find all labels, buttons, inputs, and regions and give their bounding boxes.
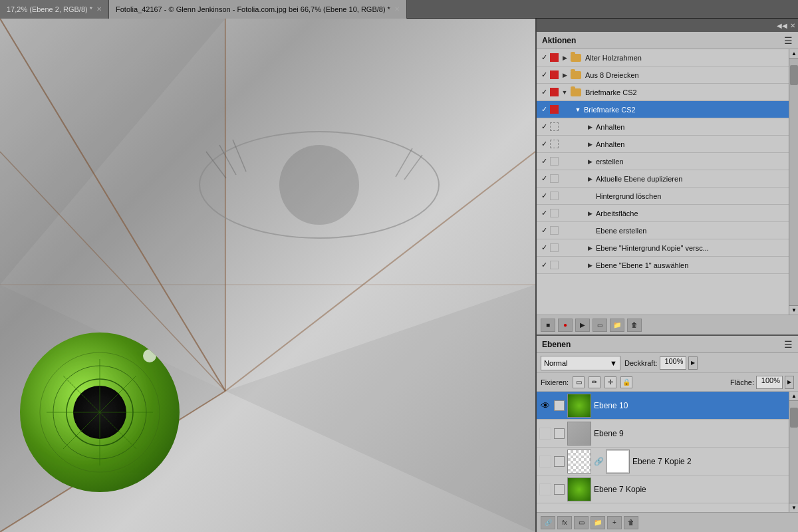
action-row-ebene-ebene1[interactable]: ✓▶Ebene "Ebene 1" auswählen — [537, 257, 789, 274]
layer-thumb-ebene-9 — [567, 422, 591, 446]
layers-scroll-thumb[interactable] — [790, 408, 798, 428]
action-arrow-erstellen[interactable]: ▶ — [585, 157, 595, 166]
layers-scroll-up[interactable]: ▲ — [789, 392, 798, 401]
tab-close-active-icon[interactable]: ✕ — [394, 5, 400, 13]
canvas-area[interactable] — [0, 19, 535, 532]
scroll-thumb[interactable] — [790, 65, 798, 85]
action-stop-briefmarke-cs2-child — [550, 105, 559, 114]
layer-name-ebene-10: Ebene 10 — [594, 401, 786, 410]
layer-row-ebene-7-kopie[interactable]: Ebene 7 Kopie — [537, 475, 789, 503]
aktionen-scrollbar[interactable]: ▲ ▼ — [789, 49, 798, 315]
action-check-erstellen[interactable]: ✓ — [539, 157, 549, 166]
fix-transparency-button[interactable]: ▭ — [573, 376, 585, 388]
action-row-aktuelle-ebene[interactable]: ✓▶Aktuelle Ebene duplizieren — [537, 170, 789, 188]
tab-fotolia[interactable]: Fotolia_42167 - © Glenn Jenkinson - Foto… — [109, 0, 407, 19]
action-arrow-aus-8-dreiecken[interactable]: ▶ — [560, 70, 569, 80]
action-check-briefmarke-cs2-parent[interactable]: ✓ — [539, 88, 549, 97]
action-check-ebene-erstellen[interactable]: ✓ — [539, 226, 549, 235]
action-arrow-arbeitsflache[interactable]: ▶ — [585, 209, 595, 218]
layer-checkbox-ebene-9[interactable] — [554, 428, 565, 439]
layer-row-ebene-10[interactable]: 👁Ebene 10 — [537, 392, 789, 420]
action-row-arbeitsflache[interactable]: ✓▶Arbeitsfläche — [537, 205, 789, 222]
action-label-anhalten-1: Anhalten — [596, 123, 786, 131]
svg-line-21 — [233, 140, 246, 172]
action-check-anhalten-2[interactable]: ✓ — [539, 140, 549, 149]
right-panel: ◀◀ ✕ Aktionen ☰ ✓▶Alter Holzrahmen✓▶Aus … — [535, 19, 798, 532]
layer-visibility-ebene-7-kopie-2[interactable] — [539, 456, 551, 467]
action-row-alter-holzrahmen[interactable]: ✓▶Alter Holzrahmen — [537, 49, 789, 66]
layer-fx-button[interactable]: fx — [557, 516, 572, 529]
layer-checkbox-ebene-7-kopie-2[interactable] — [554, 456, 565, 467]
layer-checkbox-ebene-10[interactable] — [554, 400, 565, 411]
action-arrow-anhalten-2[interactable]: ▶ — [585, 140, 595, 149]
layer-link-button[interactable]: 🔗 — [541, 516, 555, 529]
fixieren-bar: Fixieren: ▭ ✏ ✛ 🔒 Fläche: 100% ▶ — [537, 373, 798, 392]
fix-brush-button[interactable]: ✏ — [589, 376, 600, 388]
action-dotbox-ebene-ebene1 — [550, 261, 559, 269]
panel-expand-icon[interactable]: ✕ — [790, 22, 795, 29]
flache-input[interactable]: 100% — [756, 376, 783, 389]
action-check-anhalten-1[interactable]: ✓ — [539, 122, 549, 132]
aktionen-menu-icon[interactable]: ☰ — [784, 35, 793, 46]
layer-mask-button[interactable]: ▭ — [574, 516, 589, 529]
action-arrow-alter-holzrahmen[interactable]: ▶ — [560, 53, 569, 63]
layer-new-button[interactable]: + — [607, 516, 622, 529]
action-check-ebene-hintergrund[interactable]: ✓ — [539, 243, 549, 253]
action-arrow-ebene-ebene1[interactable]: ▶ — [585, 261, 595, 270]
action-row-briefmarke-cs2-parent[interactable]: ✓▼Briefmarke CS2 — [537, 84, 789, 101]
action-arrow-ebene-hintergrund[interactable]: ▶ — [585, 243, 595, 253]
action-arrow-aktuelle-ebene[interactable]: ▶ — [585, 174, 595, 184]
ebenen-menu-icon[interactable]: ☰ — [784, 339, 793, 350]
action-dotbox-anhalten-1 — [550, 122, 559, 131]
action-arrow-briefmarke-cs2-parent[interactable]: ▼ — [560, 88, 569, 97]
opacity-arrow-button[interactable]: ▶ — [688, 356, 698, 370]
fixieren-label: Fixieren: — [541, 378, 569, 386]
layer-checkbox-ebene-7-kopie[interactable] — [554, 484, 565, 495]
action-row-aus-8-dreiecken[interactable]: ✓▶Aus 8 Dreiecken — [537, 66, 789, 84]
action-row-ebene-erstellen[interactable]: ✓Ebene erstellen — [537, 222, 789, 239]
action-check-arbeitsflache[interactable]: ✓ — [539, 209, 549, 218]
layer-row-ebene-9[interactable]: Ebene 9 — [537, 420, 789, 448]
action-row-briefmarke-cs2-child[interactable]: ✓▼Briefmarke CS2 — [537, 101, 789, 118]
action-check-briefmarke-cs2-child[interactable]: ✓ — [539, 105, 549, 114]
action-check-aktuelle-ebene[interactable]: ✓ — [539, 174, 549, 184]
layer-group-button[interactable]: 📁 — [591, 516, 605, 529]
action-check-ebene-ebene1[interactable]: ✓ — [539, 261, 549, 270]
action-arrow-briefmarke-cs2-child[interactable]: ▼ — [573, 105, 583, 114]
play-button[interactable]: ▶ — [575, 319, 590, 332]
action-check-hintergrund-loschen[interactable]: ✓ — [539, 192, 549, 201]
layer-visibility-ebene-7-kopie[interactable] — [539, 483, 551, 495]
panel-collapse-icon[interactable]: ◀◀ — [777, 22, 787, 29]
layer-delete-button[interactable]: 🗑 — [624, 516, 638, 529]
action-row-hintergrund-loschen[interactable]: ✓Hintergrund löschen — [537, 188, 789, 205]
stop-button[interactable]: ■ — [541, 319, 555, 332]
action-row-ebene-hintergrund[interactable]: ✓▶Ebene "Hintergrund Kopie" versc... — [537, 239, 789, 257]
action-arrow-anhalten-1[interactable]: ▶ — [585, 122, 595, 132]
opacity-input[interactable]: 100% — [660, 356, 686, 370]
opacity-control: Deckkraft: 100% ▶ — [624, 356, 698, 370]
action-row-anhalten-2[interactable]: ✓▶Anhalten — [537, 136, 789, 153]
action-row-erstellen[interactable]: ✓▶erstellen — [537, 153, 789, 170]
tab-layer2[interactable]: 17,2% (Ebene 2, RGB/8) * ✕ — [0, 0, 109, 19]
fix-lock-button[interactable]: 🔒 — [620, 376, 632, 388]
action-check-alter-holzrahmen[interactable]: ✓ — [539, 53, 549, 63]
record-button[interactable]: ● — [558, 319, 573, 332]
scroll-down-button[interactable]: ▼ — [789, 305, 798, 315]
action-check-aus-8-dreiecken[interactable]: ✓ — [539, 70, 549, 80]
layer-chain-icon-ebene-7-kopie-2[interactable]: 🔗 — [594, 450, 603, 473]
flache-arrow-button[interactable]: ▶ — [785, 376, 794, 389]
layer-visibility-ebene-9[interactable] — [539, 428, 551, 440]
layer-row-ebene-7-kopie-2[interactable]: 🔗Ebene 7 Kopie 2 — [537, 448, 789, 475]
new-action-button[interactable]: ▭ — [593, 319, 607, 332]
action-row-anhalten-1[interactable]: ✓▶Anhalten — [537, 118, 789, 136]
tab-close-icon[interactable]: ✕ — [96, 5, 102, 13]
layers-scroll-down[interactable]: ▼ — [789, 503, 798, 512]
new-folder-button[interactable]: 📁 — [610, 319, 624, 332]
action-label-anhalten-2: Anhalten — [596, 140, 786, 148]
layer-visibility-ebene-10[interactable]: 👁 — [539, 400, 551, 412]
fix-move-button[interactable]: ✛ — [604, 376, 616, 388]
delete-action-button[interactable]: 🗑 — [627, 319, 642, 332]
blend-mode-select[interactable]: Normal ▼ — [541, 356, 620, 370]
scroll-up-button[interactable]: ▲ — [789, 49, 798, 59]
ebenen-scrollbar[interactable]: ▲ ▼ — [789, 392, 798, 512]
